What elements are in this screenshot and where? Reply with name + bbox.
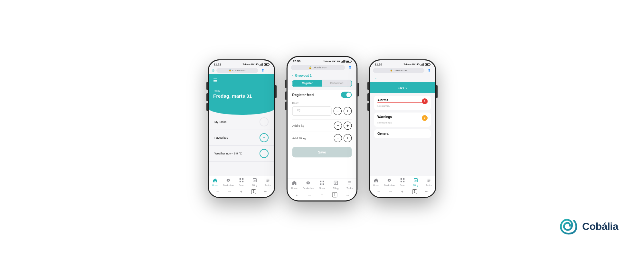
- nav-label-tasks-1: Tasks: [265, 184, 271, 186]
- nav-item-filing-3[interactable]: Filing: [409, 178, 422, 186]
- url-text-3: cobalia.com: [394, 69, 408, 72]
- task-label-1: My Tasks: [214, 120, 226, 124]
- forward-sys-btn-2[interactable]: →: [308, 192, 312, 197]
- add10-row[interactable]: Add 10 kg − +: [292, 132, 352, 144]
- alarms-message: No alarms.: [377, 104, 428, 107]
- network-1: 4G: [256, 63, 259, 65]
- today-label: Today: [213, 89, 270, 92]
- nav-item-tasks-1[interactable]: Tasks: [261, 178, 274, 186]
- url-bar-2: 🔒 cobalia.com ⬆: [288, 64, 356, 71]
- lock-icon-1: 🔒: [229, 69, 232, 72]
- tasks-icon-3: [427, 178, 431, 183]
- share-button-3[interactable]: ⬆: [428, 68, 431, 73]
- tab-register[interactable]: Register: [293, 80, 322, 86]
- alarms-section: 0 Alarms No alarms.: [374, 96, 431, 110]
- nav-item-filing-1[interactable]: Filing: [248, 178, 261, 186]
- nav-label-home-1: Home: [212, 184, 218, 186]
- nav-item-scan-3[interactable]: Scan: [396, 178, 409, 186]
- url-text-1: cobalia.com: [232, 69, 246, 72]
- increment-5kg-btn[interactable]: +: [344, 121, 352, 129]
- list-item-weather[interactable]: Weather now · 8.9 °C: [209, 146, 274, 162]
- increment-10kg-btn[interactable]: +: [344, 134, 352, 142]
- url-pill-3[interactable]: 🔒 cobalia.com: [373, 68, 424, 73]
- plus-sys-btn-1[interactable]: ＋: [239, 189, 243, 194]
- decrement-10kg-btn[interactable]: −: [334, 134, 342, 142]
- back-sys-btn-3[interactable]: ←: [377, 189, 381, 194]
- nav-label-filing-2: Filing: [333, 187, 339, 189]
- increment-feed-btn[interactable]: +: [344, 107, 352, 115]
- add5-row[interactable]: Add 5 kg − +: [292, 119, 352, 132]
- feed-input-box[interactable]: - kg: [292, 106, 332, 115]
- plus-sys-btn-2[interactable]: ＋: [320, 192, 324, 198]
- decrement-5kg-btn[interactable]: −: [334, 121, 342, 129]
- nav-label-prod-3: Production: [384, 184, 394, 186]
- cobalia-swirl-icon: [557, 215, 580, 238]
- nav-item-tasks-2[interactable]: Tasks: [343, 180, 356, 189]
- screen-content-3: ← FRY 2 0 Alarms No alarms.: [370, 74, 435, 197]
- signal-icon-2: [341, 60, 345, 62]
- url-pill-1[interactable]: 🔒 cobalia.com: [216, 68, 258, 73]
- system-bar-3: ← → ＋ 1 ···: [370, 188, 435, 197]
- phone3-body: 0 Alarms No alarms. 0 Warnings No warnin…: [370, 93, 435, 176]
- nav-item-production-3[interactable]: Production: [383, 178, 396, 186]
- feed-input-label: Feed:: [292, 102, 352, 105]
- list-item-favourites[interactable]: Favourites 0: [209, 130, 274, 146]
- status-time-2: 20.56: [293, 59, 301, 63]
- carrier-2: Telenor DK: [323, 60, 336, 62]
- back-arrow-2[interactable]: ‹: [292, 73, 294, 78]
- nav-item-home-2[interactable]: Home: [288, 180, 301, 189]
- more-sys-btn-1[interactable]: ···: [264, 189, 267, 194]
- nav-item-scan-1[interactable]: Scan: [235, 178, 248, 186]
- cobalia-small-icon-1: ◎: [212, 69, 214, 72]
- feed-toggle[interactable]: [341, 92, 352, 98]
- tasks-icon-1: [266, 178, 270, 183]
- nav-item-home-1[interactable]: Home: [209, 178, 222, 186]
- forward-sys-btn-1[interactable]: →: [228, 189, 232, 194]
- url-pill-2[interactable]: 🔒 cobalia.com: [291, 65, 345, 70]
- nav-item-scan-2[interactable]: Scan: [315, 180, 329, 189]
- nav-item-filing-2[interactable]: Filing: [329, 180, 343, 189]
- back-sys-btn-2[interactable]: ←: [295, 192, 299, 197]
- warnings-line: [377, 119, 428, 119]
- nav-item-home-3[interactable]: Home: [370, 178, 383, 186]
- plus-sys-btn-3[interactable]: ＋: [400, 189, 404, 194]
- nav-item-production-2[interactable]: Production: [301, 180, 315, 189]
- cobalia-brand-name: Cobália: [582, 221, 618, 232]
- tab-sys-btn-2[interactable]: 1: [332, 192, 337, 197]
- warnings-title: Warnings: [377, 115, 428, 119]
- list-item-tasks[interactable]: My Tasks: [209, 114, 274, 130]
- nav-label-prod-2: Production: [303, 187, 314, 189]
- share-button-1[interactable]: ⬆: [261, 68, 264, 73]
- svg-rect-11: [403, 178, 404, 179]
- nav-label-tasks-2: Tasks: [346, 187, 353, 189]
- tab-sys-btn-3[interactable]: 1: [412, 189, 417, 194]
- register-content: Register feed Feed: - kg − +: [288, 90, 356, 178]
- more-sys-btn-2[interactable]: ···: [346, 192, 349, 197]
- status-time-1: 11.32: [214, 63, 221, 66]
- nav-item-production-1[interactable]: Production: [222, 178, 235, 186]
- filing-icon-3: [413, 178, 418, 183]
- forward-sys-btn-3[interactable]: →: [389, 189, 393, 194]
- bottom-nav-2: Home Production Scan: [288, 178, 356, 191]
- carrier-3: Telenor DK: [404, 63, 416, 65]
- filing-icon-2: [333, 180, 338, 186]
- tab-performed[interactable]: Performed: [322, 80, 351, 86]
- alarms-title: Alarms: [377, 98, 428, 102]
- svg-rect-12: [401, 181, 402, 182]
- screen-content-2: ‹ Growout 1 Register Performed Register …: [288, 71, 356, 200]
- url-bar-3: 🔒 cobalia.com ⬆: [370, 67, 435, 74]
- back-arrow-3[interactable]: ←: [374, 76, 378, 80]
- warnings-badge: 0: [422, 115, 428, 121]
- share-button-2[interactable]: ⬆: [348, 65, 351, 70]
- url-bar-1: ◎ 🔒 cobalia.com ⬆: [209, 67, 274, 74]
- save-button[interactable]: Save: [292, 147, 352, 157]
- back-sys-btn-1[interactable]: ←: [216, 189, 220, 194]
- signal-icon-1: [260, 63, 263, 66]
- more-sys-btn-3[interactable]: ···: [425, 189, 428, 194]
- nav-item-tasks-3[interactable]: Tasks: [422, 178, 435, 186]
- alarms-line: [377, 102, 428, 103]
- hamburger-menu[interactable]: ☰: [213, 78, 270, 83]
- decrement-feed-btn[interactable]: −: [334, 107, 342, 115]
- fish-icon-3: [387, 178, 392, 183]
- tab-sys-btn-1[interactable]: 1: [251, 189, 256, 194]
